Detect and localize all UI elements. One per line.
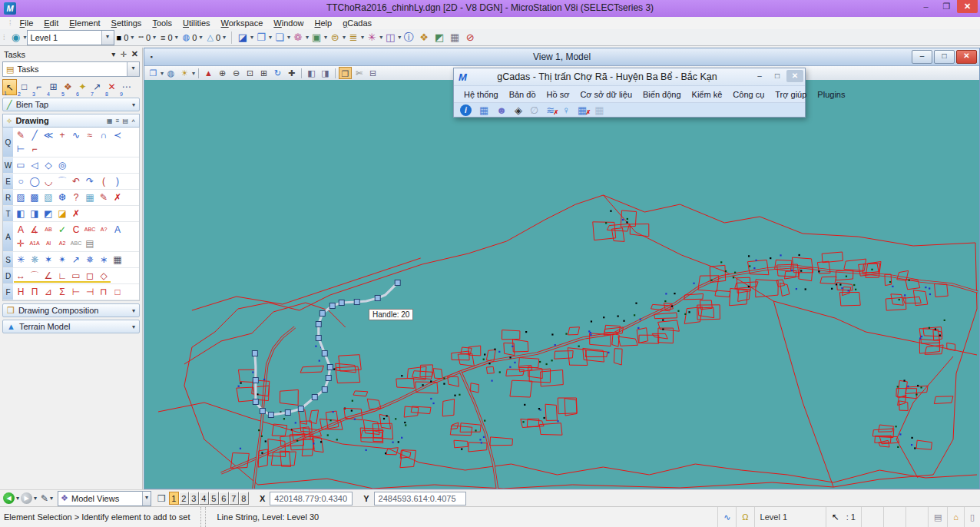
close-button[interactable]: ✕ (957, 0, 978, 13)
view-maximize-button[interactable]: □ (934, 50, 955, 64)
tool-icon[interactable]: ⊢ (14, 142, 28, 156)
tool-icon[interactable]: ⌐ (28, 142, 41, 156)
tool-icon[interactable]: C (69, 223, 83, 237)
snap-linestring-icon[interactable]: ∿ (717, 507, 736, 527)
tool-icon[interactable]: ↶ (69, 174, 83, 188)
active-level-status[interactable]: Level 1 (754, 507, 826, 527)
view-number-5[interactable]: 5 (209, 492, 219, 505)
tool-icon[interactable]: ◁ (28, 158, 41, 172)
main-tool-7[interactable]: ↗7 (90, 79, 104, 95)
tool-icon[interactable]: ABC (69, 237, 83, 250)
main-tool-8[interactable]: ✕8 (104, 79, 119, 95)
y-coordinate-field[interactable]: 2484593.614:0.4075 (374, 492, 466, 505)
tool-icon[interactable]: ✗ (69, 207, 83, 220)
info-icon[interactable]: ⓘ (401, 31, 416, 45)
rotate-view-icon[interactable]: ↻ (271, 67, 284, 79)
tool-icon[interactable]: ↷ (83, 174, 97, 188)
vertex-handle[interactable] (329, 303, 335, 309)
vertex-handle[interactable] (316, 336, 321, 341)
vertex-handle[interactable] (252, 351, 257, 356)
menu-file[interactable]: File (15, 18, 39, 28)
window-area-icon[interactable]: ⊡ (243, 67, 257, 79)
gcadas-menu-item[interactable]: Plugins (812, 90, 850, 99)
section-drawing-composition[interactable]: ❒ Drawing Composition ▾ (2, 303, 140, 317)
menu-tools[interactable]: Tools (147, 18, 177, 28)
tool-icon[interactable]: Al (41, 237, 55, 250)
tool-icon[interactable]: AB (41, 223, 55, 237)
cell-library-icon[interactable]: ❁ (290, 31, 306, 45)
tool-icon[interactable]: ✎ (97, 191, 111, 204)
tool-icon[interactable]: ↔ (14, 269, 28, 283)
section-drawing[interactable]: ✧ Drawing ▦ ≡ ▤ ˄ (2, 114, 140, 128)
tool-icon[interactable]: ◻ (83, 269, 97, 283)
vertex-handle[interactable] (354, 300, 359, 305)
vertex-handle[interactable] (268, 413, 273, 418)
raster-manager-icon[interactable]: ▣ (309, 31, 324, 45)
tool-icon[interactable]: H (14, 285, 28, 299)
view-number-3[interactable]: 3 (189, 492, 199, 505)
view-number-2[interactable]: 2 (179, 492, 189, 505)
gcadas-menu-item[interactable]: Hồ sơ (541, 90, 575, 99)
gcadas-maximize-button[interactable]: □ (769, 70, 786, 82)
gcadas-menu-item[interactable]: Kiểm kê (687, 90, 728, 99)
clip-volume-icon[interactable]: ✄ (353, 67, 366, 79)
tool-icon[interactable]: A2 (55, 237, 69, 250)
vertex-handle[interactable] (395, 280, 400, 286)
vertex-handle[interactable] (319, 311, 325, 317)
tool-icon[interactable]: ○ (14, 174, 28, 188)
pin-icon[interactable]: ✛ (120, 50, 126, 58)
lock-icon[interactable]: Ω (736, 507, 753, 527)
gcadas-title-bar[interactable]: M gCadas - Thị trấn Chợ Rã - Huyện Ba Bể… (454, 68, 805, 85)
tool-icon[interactable]: ∩ (97, 128, 111, 142)
users-icon[interactable]: ☻ (496, 104, 507, 117)
tool-icon[interactable]: ◩ (41, 207, 55, 220)
tool-icon[interactable]: ⌒ (28, 269, 41, 283)
tool-icon[interactable]: ❋ (28, 253, 41, 267)
back-button[interactable]: ◀ (3, 492, 15, 504)
tool-icon[interactable]: ▭ (69, 269, 83, 283)
view-next-icon[interactable]: ◨ (319, 67, 332, 79)
fence-icon[interactable]: ▤ (928, 507, 947, 527)
tool-icon[interactable]: ▦ (83, 191, 97, 204)
tool-icon[interactable]: ▭ (14, 158, 28, 172)
tool-icon[interactable]: + (55, 128, 69, 142)
gcadas-minimize-button[interactable]: – (751, 70, 768, 82)
menu-utilities[interactable]: Utilities (177, 18, 215, 28)
menu-element[interactable]: Element (64, 18, 105, 28)
tool-icon[interactable]: ? (69, 191, 83, 204)
chevron-down-icon[interactable]: ▾ (142, 492, 151, 505)
menu-help[interactable]: Help (310, 18, 338, 28)
tool-icon[interactable]: ( (97, 174, 111, 188)
gcadas-menu-item[interactable]: Công cụ (727, 90, 770, 99)
tool-icon[interactable]: Σ (55, 285, 69, 299)
layout-toggle-icons[interactable]: ▦ ≡ ▤ ˄ (107, 118, 136, 124)
tool-icon[interactable]: ◇ (97, 269, 111, 283)
clipboard-icon[interactable]: ▯ (964, 507, 980, 527)
tool-icon[interactable]: A? (97, 223, 111, 237)
vertex-handle[interactable] (285, 410, 290, 416)
view-number-7[interactable]: 7 (229, 492, 239, 505)
tool-icon[interactable]: ◡ (41, 174, 55, 188)
tool-icon[interactable]: ✗ (111, 191, 124, 204)
vertex-handle[interactable] (322, 387, 327, 393)
priority-field[interactable]: △0▾ (204, 31, 228, 45)
snaps-icon[interactable]: ✳ (364, 31, 379, 45)
tool-icon[interactable]: ✴ (55, 253, 69, 267)
tool-icon[interactable]: ◎ (55, 158, 69, 172)
tool-icon[interactable]: ) (111, 174, 124, 188)
tool-icon[interactable]: ↗ (69, 253, 83, 267)
gcadas-menu-item[interactable]: Hệ thống (459, 90, 504, 99)
chevron-down-icon[interactable]: ▾ (161, 70, 164, 77)
table-icon[interactable]: ▦ (479, 104, 488, 117)
selected-linestring[interactable] (255, 283, 398, 415)
tool-icon[interactable]: ✓ (55, 223, 69, 237)
tool-icon[interactable]: ✶ (41, 253, 55, 267)
view-number-4[interactable]: 4 (199, 492, 209, 505)
tool-icon[interactable]: ▦ (111, 253, 124, 267)
chevron-down-icon[interactable]: ▾ (153, 34, 156, 41)
vertex-handle[interactable] (253, 399, 258, 405)
gcadas-menu-item[interactable]: Cơ sở dữ liệu (574, 90, 637, 99)
menu-gcadas[interactable]: gCadas (337, 18, 377, 28)
vertex-handle[interactable] (298, 406, 303, 412)
tool-icon[interactable]: Π (28, 285, 41, 299)
